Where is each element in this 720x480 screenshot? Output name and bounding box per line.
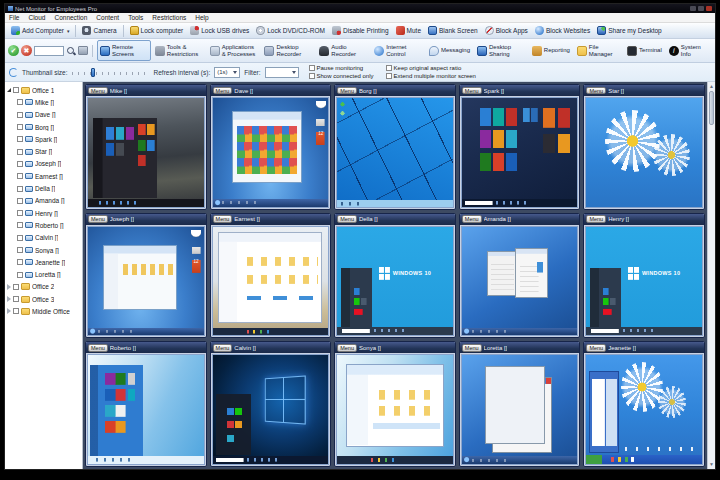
remote-screen-thumbnail[interactable] (461, 226, 579, 337)
minimize-button[interactable] (690, 6, 696, 11)
remote-screen-thumbnail[interactable] (212, 354, 330, 465)
tree-item-mike[interactable]: Mike [] (6, 96, 82, 108)
show-connected-only-checkbox[interactable]: Show connected only (309, 73, 374, 79)
share-my-desktop-button[interactable]: Share my Desktop (594, 25, 664, 36)
tree-group-middle-office[interactable]: Middle Office (6, 305, 82, 317)
close-button[interactable] (706, 6, 712, 11)
cell-menu-button[interactable]: Menu (586, 344, 606, 352)
tab-remote-screens[interactable]: Remote Screens (97, 40, 151, 61)
camera-button[interactable]: Camera (79, 25, 119, 36)
remote-screen-thumbnail[interactable] (336, 354, 454, 465)
menu-tools[interactable]: Tools (128, 14, 143, 21)
add-computer-button[interactable]: Add Computer▾ (8, 25, 72, 36)
tab-system-info[interactable]: iSystem Info (666, 40, 712, 61)
tree-item-amanda[interactable]: Amanda [] (6, 195, 82, 207)
cell-menu-button[interactable]: Menu (337, 87, 357, 95)
blank-screen-button[interactable]: Blank Screen (425, 25, 481, 36)
cell-menu-button[interactable]: Menu (337, 215, 357, 223)
remote-screen-thumbnail[interactable]: WINDOWS 10 (336, 226, 454, 337)
remote-screen-thumbnail[interactable]: WINDOWS 10 (585, 226, 703, 337)
cell-menu-button[interactable]: Menu (586, 215, 606, 223)
menu-content[interactable]: Content (96, 14, 119, 21)
cell-menu-button[interactable]: Menu (462, 87, 482, 95)
filter-select[interactable] (265, 67, 299, 78)
tree-item-loretta[interactable]: Loretta [] (6, 268, 82, 280)
remote-screen-thumbnail[interactable] (87, 354, 205, 465)
tab-desktop-sharing[interactable]: Desktop Sharing (474, 40, 528, 61)
remote-screen-thumbnail[interactable] (212, 226, 330, 337)
remote-screen-thumbnail[interactable] (585, 97, 703, 208)
checkbox[interactable] (17, 198, 23, 204)
checkbox[interactable] (17, 112, 23, 118)
keep-original-aspect-ratio-checkbox[interactable]: Keep original aspect ratio (386, 65, 476, 71)
checkbox[interactable] (17, 124, 23, 130)
expand-arrow-icon[interactable] (7, 284, 11, 290)
tree-item-borg[interactable]: Borg [] (6, 121, 82, 133)
disconnect-button[interactable]: ✖ (21, 45, 32, 56)
checkbox[interactable] (17, 247, 23, 253)
mute-button[interactable]: Mute (393, 25, 424, 36)
checkbox[interactable] (13, 284, 19, 290)
checkbox[interactable] (17, 173, 23, 179)
cell-menu-button[interactable]: Menu (462, 215, 482, 223)
checkbox[interactable] (13, 87, 19, 93)
extend-multiple-monitor-screen-checkbox[interactable]: Extend multiple monitor screen (386, 73, 476, 79)
cell-menu-button[interactable]: Menu (213, 215, 233, 223)
menu-file[interactable]: File (9, 14, 19, 21)
tab-messaging[interactable]: Messaging (426, 40, 473, 61)
search-icon[interactable] (66, 46, 76, 56)
tree-item-roberto[interactable]: Roberto [] (6, 219, 82, 231)
tree-item-sonya[interactable]: Sonya [] (6, 244, 82, 256)
block-websites-button[interactable]: Block Websites (532, 25, 593, 36)
cell-menu-button[interactable]: Menu (213, 344, 233, 352)
scroll-up-icon[interactable]: ▲ (709, 83, 714, 90)
tab-file-manager[interactable]: File Manager (574, 40, 623, 61)
tab-reporting[interactable]: Reporting (529, 40, 573, 61)
remote-screen-thumbnail[interactable] (87, 97, 205, 208)
tab-applications-processes[interactable]: Applications & Processes (207, 40, 261, 61)
tree-group-office-1[interactable]: Office 1 (6, 84, 82, 96)
thumbnail-size-slider[interactable] (72, 68, 150, 77)
checkbox[interactable] (13, 308, 19, 314)
tree-item-jeanette[interactable]: Jeanette [] (6, 256, 82, 268)
checkbox[interactable] (17, 272, 23, 278)
remote-screen-thumbnail[interactable] (336, 97, 454, 208)
cell-menu-button[interactable]: Menu (586, 87, 606, 95)
checkbox[interactable] (17, 161, 23, 167)
menu-help[interactable]: Help (195, 14, 208, 21)
grid-scrollbar[interactable]: ▲ ▼ (707, 82, 715, 469)
tab-desktop-recorder[interactable]: Desktop Recorder (261, 40, 315, 61)
remote-screen-thumbnail[interactable] (461, 354, 579, 465)
search-input[interactable] (34, 46, 64, 56)
checkbox[interactable] (17, 136, 23, 142)
checkbox[interactable] (17, 99, 23, 105)
lock-computer-button[interactable]: Lock computer (127, 25, 187, 36)
scroll-down-icon[interactable]: ▼ (709, 461, 714, 468)
tree-group-office-2[interactable]: Office 2 (6, 281, 82, 293)
lock-usb-drives-button[interactable]: Lock USB drives (187, 25, 252, 36)
checkbox[interactable] (13, 296, 19, 302)
connect-button[interactable]: ✔ (8, 45, 19, 56)
tree-item-star[interactable]: Star [] (6, 145, 82, 157)
expand-arrow-icon[interactable] (7, 296, 11, 302)
tree-item-joseph[interactable]: Joseph [] (6, 158, 82, 170)
checkbox[interactable] (17, 210, 23, 216)
slider-thumb[interactable] (91, 68, 95, 77)
tree-item-earnest[interactable]: Earnest [] (6, 170, 82, 182)
menu-restrictions[interactable]: Restrictions (152, 14, 186, 21)
tree-item-della[interactable]: Della [] (6, 182, 82, 194)
checkbox[interactable] (17, 259, 23, 265)
refresh-interval-select[interactable]: (1s) (214, 67, 240, 78)
refresh-icon[interactable] (9, 68, 18, 77)
tree-group-office-3[interactable]: Office 3 (6, 293, 82, 305)
checkbox[interactable] (17, 235, 23, 241)
cell-menu-button[interactable]: Menu (462, 344, 482, 352)
maximize-button[interactable] (698, 6, 704, 11)
lock-dvd-cd-rom-button[interactable]: Lock DVD/CD-ROM (253, 25, 328, 36)
dropdown-arrow-icon[interactable]: ▾ (67, 28, 70, 34)
scroll-thumb[interactable] (709, 91, 714, 125)
checkbox[interactable] (17, 222, 23, 228)
tab-terminal[interactable]: Terminal (624, 40, 665, 61)
expand-arrow-icon[interactable] (7, 88, 11, 92)
cell-menu-button[interactable]: Menu (88, 87, 108, 95)
